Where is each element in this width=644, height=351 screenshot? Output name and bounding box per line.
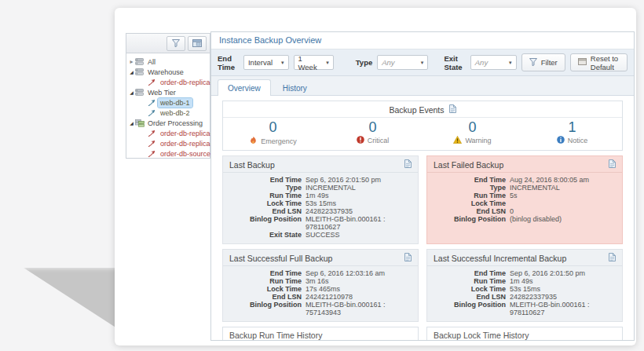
detail-row: Exit StateSUCCESS <box>229 231 412 239</box>
detail-row: Run Time5s <box>434 192 616 199</box>
detail-row: End LSN242822337935 <box>434 293 616 301</box>
event-label-text: Emergency <box>261 137 297 145</box>
backup-events-header: Backup Events <box>223 101 622 118</box>
chevron-down-icon: ▾ <box>509 60 512 66</box>
main-panel: Instance Backup Overview End Time Interv… <box>210 31 635 341</box>
tree-collapsed-icon[interactable]: ▸ <box>128 58 135 65</box>
event-label-notice: Notice <box>522 136 622 145</box>
tree-item-web-tier[interactable]: ◢Web Tier <box>128 87 208 97</box>
reset-to-default-button[interactable]: Reset to Default <box>570 53 628 71</box>
backup-events-title: Backup Events <box>389 105 444 115</box>
panel-backup-run-time-history: Backup Run Time History1m 49s <box>222 327 419 340</box>
tab-history[interactable]: History <box>273 79 317 96</box>
tree-filter-button[interactable] <box>166 36 185 51</box>
servers-icon <box>135 119 145 127</box>
report-doc-icon[interactable] <box>449 104 456 115</box>
tree-expanded-icon[interactable]: ◢ <box>128 90 135 95</box>
detail-row: Run Time1m 49s <box>229 192 412 199</box>
detail-label: Run Time <box>229 192 302 199</box>
server-icon <box>135 58 145 65</box>
report-doc-icon[interactable] <box>404 253 412 263</box>
panel-title: Last Failed Backup <box>434 160 503 170</box>
detail-value: 3m 16s <box>306 277 329 285</box>
event-stat-emergency: 0Emergency <box>223 119 323 146</box>
backup-history-grid: Backup Run Time History1m 49sBackup Lock… <box>222 327 623 340</box>
panel-header: Last Backup <box>223 156 418 173</box>
detail-label: Binlog Position <box>229 215 302 231</box>
tree-item-order-db-replica-2[interactable]: order-db-replica-2 <box>128 77 208 87</box>
panel-header: Last Failed Backup <box>427 156 622 173</box>
detail-row: End TimeSep 6, 2016 12:03:16 am <box>229 269 412 277</box>
event-label-emergency: Emergency <box>223 136 323 146</box>
report-doc-icon[interactable] <box>609 159 616 170</box>
panel-body: End TimeSep 6, 2016 2:01:50 pmRun Time1m… <box>427 266 622 321</box>
exit-state-select[interactable]: Any▾ <box>470 55 517 70</box>
tree-expanded-icon[interactable]: ◢ <box>128 69 135 75</box>
detail-row: Run Time1m 49s <box>434 277 616 285</box>
tab-overview[interactable]: Overview <box>218 79 271 96</box>
event-count-emergency[interactable]: 0 <box>223 119 323 135</box>
event-count-notice[interactable]: 1 <box>522 119 622 135</box>
detail-label: End LSN <box>229 207 302 215</box>
detail-row: End LSN0 <box>434 207 616 215</box>
tree-item-order-db-replica-2[interactable]: order-db-replica-2 <box>128 138 208 148</box>
detail-label: End Time <box>229 269 302 277</box>
tree-item-order-db-replica-1[interactable]: order-db-replica-1 <box>128 128 208 138</box>
detail-value: 0 <box>510 207 514 215</box>
overview-content: Backup Events 0Emergency0Critical0Warnin… <box>211 96 634 340</box>
panel-backup-lock-time-history: Backup Lock Time History53s 15ms <box>426 327 623 340</box>
detail-row: End LSN242822337935 <box>229 207 412 215</box>
detail-value: 17s 465ms <box>306 285 340 293</box>
chevron-down-icon: ▾ <box>421 60 424 66</box>
event-count-warning[interactable]: 0 <box>423 119 522 135</box>
detail-value: 53s 15ms <box>306 199 336 207</box>
tree-expanded-icon[interactable]: ◢ <box>128 120 135 126</box>
tree-item-all[interactable]: ▸All <box>128 57 208 67</box>
detail-value: 242421210978 <box>306 293 353 301</box>
report-doc-icon[interactable] <box>609 253 616 263</box>
detail-label: End LSN <box>229 293 302 301</box>
tree-item-label: order-db-replica-1 <box>158 129 219 138</box>
detail-label: Lock Time <box>434 285 506 293</box>
exit-state-label: Exit State <box>444 54 465 71</box>
app-window: ▸All◢Warehouseorder-db-replica-2◢Web Tie… <box>115 8 636 346</box>
funnel-icon <box>172 36 180 50</box>
report-doc-icon[interactable] <box>404 159 412 170</box>
critical-icon <box>357 136 364 145</box>
tree-item-warehouse[interactable]: ◢Warehouse <box>128 67 208 77</box>
panel-body: End TimeSep 6, 2016 12:03:16 amRun Time3… <box>223 266 418 321</box>
detail-label: Lock Time <box>434 199 506 207</box>
tree-item-web-db-1[interactable]: web-db-1 <box>128 97 208 108</box>
detail-value: Sep 6, 2016 12:03:16 am <box>306 269 385 277</box>
detail-label: End Time <box>434 176 506 184</box>
event-label-text: Notice <box>568 137 588 144</box>
tree-panel-toggle-button[interactable] <box>188 36 207 51</box>
detail-label: Lock Time <box>229 199 302 207</box>
end-time-mode-select[interactable]: Interval▾ <box>243 55 289 70</box>
detail-row: End TimeSep 6, 2016 2:01:50 pm <box>229 176 412 184</box>
event-label-warning: Warning <box>423 136 522 145</box>
detail-label: Run Time <box>434 277 506 285</box>
detail-label: Type <box>434 184 506 192</box>
chevron-down-icon: ▾ <box>281 60 284 66</box>
tree-item-web-db-2[interactable]: web-db-2 <box>128 108 208 118</box>
event-stat-notice: 1Notice <box>522 119 622 146</box>
detail-row: End LSN242421210978 <box>229 293 412 301</box>
tree-item-label: order-db-source <box>158 149 213 159</box>
detail-value: 5s <box>510 192 518 199</box>
asset-tree-toolbar <box>126 34 210 53</box>
filter-button[interactable]: Filter <box>521 53 565 71</box>
detail-label: End LSN <box>434 207 506 215</box>
instance-icon <box>148 99 158 107</box>
tree-item-order-db-source[interactable]: order-db-source <box>128 148 208 159</box>
detail-row: Binlog Position(binlog disabled) <box>434 215 616 223</box>
panel-body: End TimeAug 24, 2016 8:00:05 amTypeINCRE… <box>427 173 622 228</box>
event-count-critical[interactable]: 0 <box>323 119 423 135</box>
detail-value: Sep 6, 2016 2:01:50 pm <box>510 269 585 277</box>
type-select[interactable]: Any▾ <box>377 55 428 70</box>
tree-item-order-processing[interactable]: ◢Order Processing <box>128 118 208 128</box>
interval-range-select[interactable]: 1 Week▾ <box>294 55 334 70</box>
detail-row: End TimeAug 24, 2016 8:00:05 am <box>434 176 616 184</box>
backup-detail-grid: Last BackupEnd TimeSep 6, 2016 2:01:50 p… <box>222 155 623 322</box>
detail-value: MLEITH-GB-bin.000161 : 757143943 <box>306 301 412 316</box>
